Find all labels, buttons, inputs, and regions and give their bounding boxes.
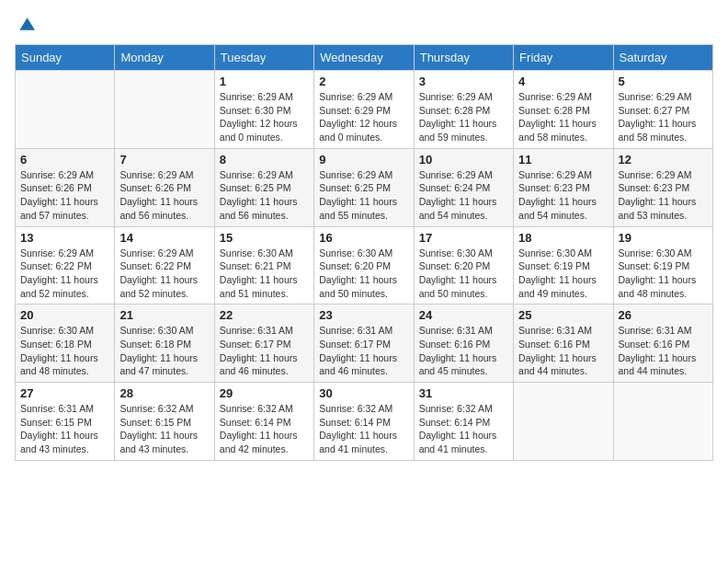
svg-marker-0 <box>19 17 35 29</box>
day-number: 8 <box>220 153 309 167</box>
day-number: 1 <box>220 75 309 88</box>
calendar-cell <box>613 383 712 461</box>
calendar-cell: 4Sunrise: 6:29 AM Sunset: 6:28 PM Daylig… <box>514 71 613 149</box>
day-number: 21 <box>119 308 209 322</box>
weekday-header-saturday: Saturday <box>613 45 712 71</box>
day-info: Sunrise: 6:32 AM Sunset: 6:14 PM Dayligh… <box>220 402 309 456</box>
day-number: 9 <box>319 153 408 167</box>
calendar-cell: 17Sunrise: 6:30 AM Sunset: 6:20 PM Dayli… <box>414 226 513 304</box>
day-number: 25 <box>518 308 608 322</box>
weekday-header-monday: Monday <box>115 45 214 71</box>
calendar-cell: 10Sunrise: 6:29 AM Sunset: 6:24 PM Dayli… <box>414 148 513 226</box>
day-info: Sunrise: 6:32 AM Sunset: 6:14 PM Dayligh… <box>319 402 408 456</box>
day-number: 13 <box>20 231 109 245</box>
page-header <box>15 15 713 33</box>
day-info: Sunrise: 6:30 AM Sunset: 6:18 PM Dayligh… <box>20 324 109 378</box>
calendar-cell: 11Sunrise: 6:29 AM Sunset: 6:23 PM Dayli… <box>514 148 613 226</box>
weekday-header-tuesday: Tuesday <box>214 45 313 71</box>
calendar-cell: 20Sunrise: 6:30 AM Sunset: 6:18 PM Dayli… <box>16 304 115 383</box>
day-number: 15 <box>220 231 309 245</box>
day-info: Sunrise: 6:29 AM Sunset: 6:24 PM Dayligh… <box>419 168 508 223</box>
day-number: 16 <box>319 231 408 245</box>
day-number: 5 <box>619 75 708 88</box>
weekday-header-friday: Friday <box>514 45 613 71</box>
day-number: 29 <box>220 386 309 400</box>
logo-icon <box>17 15 35 33</box>
calendar-cell: 2Sunrise: 6:29 AM Sunset: 6:29 PM Daylig… <box>314 71 414 149</box>
day-info: Sunrise: 6:29 AM Sunset: 6:23 PM Dayligh… <box>518 168 608 223</box>
day-info: Sunrise: 6:31 AM Sunset: 6:16 PM Dayligh… <box>419 324 508 378</box>
day-info: Sunrise: 6:29 AM Sunset: 6:25 PM Dayligh… <box>319 168 408 223</box>
calendar-cell: 28Sunrise: 6:32 AM Sunset: 6:15 PM Dayli… <box>115 383 214 461</box>
day-info: Sunrise: 6:30 AM Sunset: 6:20 PM Dayligh… <box>419 247 508 301</box>
calendar-cell: 23Sunrise: 6:31 AM Sunset: 6:17 PM Dayli… <box>314 304 414 383</box>
calendar-cell: 31Sunrise: 6:32 AM Sunset: 6:14 PM Dayli… <box>414 383 513 461</box>
calendar-cell: 9Sunrise: 6:29 AM Sunset: 6:25 PM Daylig… <box>314 148 414 226</box>
day-number: 20 <box>20 308 109 322</box>
day-number: 22 <box>220 308 309 322</box>
day-number: 28 <box>119 386 209 400</box>
day-info: Sunrise: 6:31 AM Sunset: 6:17 PM Dayligh… <box>319 324 408 378</box>
day-number: 6 <box>20 153 109 167</box>
day-number: 11 <box>518 153 608 167</box>
day-info: Sunrise: 6:31 AM Sunset: 6:17 PM Dayligh… <box>220 324 309 378</box>
calendar-cell: 19Sunrise: 6:30 AM Sunset: 6:19 PM Dayli… <box>613 226 712 304</box>
calendar-cell: 18Sunrise: 6:30 AM Sunset: 6:19 PM Dayli… <box>514 226 613 304</box>
calendar-cell <box>16 71 115 149</box>
day-info: Sunrise: 6:30 AM Sunset: 6:19 PM Dayligh… <box>619 247 708 301</box>
calendar-cell: 27Sunrise: 6:31 AM Sunset: 6:15 PM Dayli… <box>16 383 115 461</box>
calendar-cell: 29Sunrise: 6:32 AM Sunset: 6:14 PM Dayli… <box>214 383 313 461</box>
day-info: Sunrise: 6:29 AM Sunset: 6:22 PM Dayligh… <box>119 247 209 301</box>
day-number: 4 <box>518 75 608 88</box>
calendar-cell: 3Sunrise: 6:29 AM Sunset: 6:28 PM Daylig… <box>414 71 513 149</box>
day-number: 14 <box>119 231 209 245</box>
logo <box>15 15 35 33</box>
day-info: Sunrise: 6:30 AM Sunset: 6:20 PM Dayligh… <box>319 247 408 301</box>
day-info: Sunrise: 6:29 AM Sunset: 6:30 PM Dayligh… <box>220 90 309 144</box>
calendar-cell <box>514 383 613 461</box>
calendar-cell: 30Sunrise: 6:32 AM Sunset: 6:14 PM Dayli… <box>314 383 414 461</box>
calendar-week-1: 1Sunrise: 6:29 AM Sunset: 6:30 PM Daylig… <box>16 71 713 149</box>
calendar-cell: 26Sunrise: 6:31 AM Sunset: 6:16 PM Dayli… <box>613 304 712 383</box>
day-info: Sunrise: 6:32 AM Sunset: 6:14 PM Dayligh… <box>419 402 508 456</box>
day-number: 19 <box>619 231 708 245</box>
day-info: Sunrise: 6:29 AM Sunset: 6:28 PM Dayligh… <box>518 90 608 144</box>
calendar-week-2: 6Sunrise: 6:29 AM Sunset: 6:26 PM Daylig… <box>16 148 713 226</box>
day-number: 17 <box>419 231 508 245</box>
calendar-cell: 6Sunrise: 6:29 AM Sunset: 6:26 PM Daylig… <box>16 148 115 226</box>
calendar-week-5: 27Sunrise: 6:31 AM Sunset: 6:15 PM Dayli… <box>16 383 713 461</box>
day-info: Sunrise: 6:29 AM Sunset: 6:22 PM Dayligh… <box>20 247 109 301</box>
calendar-table: SundayMondayTuesdayWednesdayThursdayFrid… <box>15 44 713 461</box>
day-info: Sunrise: 6:29 AM Sunset: 6:23 PM Dayligh… <box>619 168 708 223</box>
day-number: 27 <box>20 386 109 400</box>
calendar-cell: 7Sunrise: 6:29 AM Sunset: 6:26 PM Daylig… <box>115 148 214 226</box>
day-number: 12 <box>619 153 708 167</box>
calendar-cell: 15Sunrise: 6:30 AM Sunset: 6:21 PM Dayli… <box>214 226 313 304</box>
day-info: Sunrise: 6:31 AM Sunset: 6:15 PM Dayligh… <box>20 402 109 456</box>
day-number: 3 <box>419 75 508 88</box>
day-info: Sunrise: 6:29 AM Sunset: 6:25 PM Dayligh… <box>220 168 309 223</box>
day-info: Sunrise: 6:32 AM Sunset: 6:15 PM Dayligh… <box>119 402 209 456</box>
calendar-cell: 21Sunrise: 6:30 AM Sunset: 6:18 PM Dayli… <box>115 304 214 383</box>
day-number: 26 <box>619 308 708 322</box>
day-number: 31 <box>419 386 508 400</box>
weekday-header-wednesday: Wednesday <box>314 45 414 71</box>
weekday-header-row: SundayMondayTuesdayWednesdayThursdayFrid… <box>16 45 713 71</box>
day-number: 18 <box>518 231 608 245</box>
day-info: Sunrise: 6:31 AM Sunset: 6:16 PM Dayligh… <box>518 324 608 378</box>
weekday-header-thursday: Thursday <box>414 45 513 71</box>
day-info: Sunrise: 6:29 AM Sunset: 6:29 PM Dayligh… <box>319 90 408 144</box>
calendar-cell: 13Sunrise: 6:29 AM Sunset: 6:22 PM Dayli… <box>16 226 115 304</box>
day-info: Sunrise: 6:29 AM Sunset: 6:26 PM Dayligh… <box>119 168 209 223</box>
day-number: 2 <box>319 75 408 88</box>
day-number: 23 <box>319 308 408 322</box>
day-info: Sunrise: 6:30 AM Sunset: 6:18 PM Dayligh… <box>119 324 209 378</box>
weekday-header-sunday: Sunday <box>16 45 115 71</box>
calendar-cell: 12Sunrise: 6:29 AM Sunset: 6:23 PM Dayli… <box>613 148 712 226</box>
calendar-cell: 16Sunrise: 6:30 AM Sunset: 6:20 PM Dayli… <box>314 226 414 304</box>
day-number: 7 <box>119 153 209 167</box>
day-info: Sunrise: 6:29 AM Sunset: 6:26 PM Dayligh… <box>20 168 109 223</box>
day-info: Sunrise: 6:30 AM Sunset: 6:19 PM Dayligh… <box>518 247 608 301</box>
calendar-cell: 5Sunrise: 6:29 AM Sunset: 6:27 PM Daylig… <box>613 71 712 149</box>
day-number: 10 <box>419 153 508 167</box>
